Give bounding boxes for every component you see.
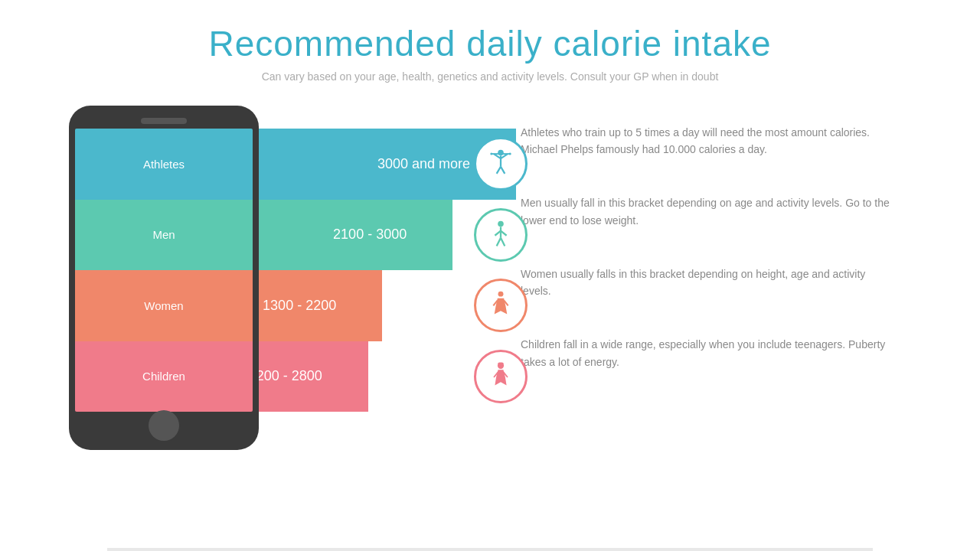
phone-row-athletes: Athletes xyxy=(75,129,253,200)
info-row-athletes: Athletes who train up to 5 times a day w… xyxy=(521,106,896,177)
phone-row-children: Children xyxy=(75,341,253,412)
bar-value-athletes: 3000 and more xyxy=(377,156,470,172)
info-text-athletes: Athletes who train up to 5 times a day w… xyxy=(521,124,896,158)
svg-line-13 xyxy=(497,238,501,246)
info-row-women: Women usually falls in this bracket depe… xyxy=(521,247,896,318)
main-content: Athletes Men Women Children 3000 and mor… xyxy=(69,106,911,450)
bar-value-women: 1300 - 2200 xyxy=(263,298,336,314)
phone-speaker xyxy=(141,118,187,124)
page-subtitle: Can vary based on your age, health, gene… xyxy=(262,70,719,83)
phone-label-children: Children xyxy=(142,370,185,383)
phone-home-button xyxy=(149,410,179,441)
phone-label-women: Women xyxy=(144,299,183,312)
info-text-children: Children fall in a wide range, especiall… xyxy=(521,336,896,370)
phone-label-athletes: Athletes xyxy=(143,158,185,171)
phone-mockup: Athletes Men Women Children xyxy=(69,106,259,450)
info-text-men: Men usually fall in this bracket dependi… xyxy=(521,194,896,229)
info-row-men: Men usually fall in this bracket dependi… xyxy=(521,177,896,248)
svg-point-8 xyxy=(509,153,511,155)
info-container: Athletes who train up to 5 times a day w… xyxy=(521,106,896,389)
info-text-women: Women usually falls in this bracket depe… xyxy=(521,266,896,300)
svg-point-9 xyxy=(498,221,504,227)
svg-point-0 xyxy=(498,150,504,156)
info-row-children: Children fall in a wide range, especiall… xyxy=(521,318,896,390)
page-title: Recommended daily calorie intake xyxy=(208,23,771,64)
icon-children xyxy=(474,350,528,403)
phone-row-women: Women xyxy=(75,270,253,341)
phone-row-men: Men xyxy=(75,200,253,271)
svg-line-12 xyxy=(501,230,507,235)
phone-screen: Athletes Men Women Children xyxy=(75,129,253,412)
icon-athletes xyxy=(474,137,528,191)
bar-value-men: 2100 - 3000 xyxy=(333,227,407,243)
svg-point-15 xyxy=(498,292,504,297)
svg-line-5 xyxy=(501,167,505,174)
svg-line-4 xyxy=(497,167,501,174)
bottom-bar xyxy=(107,548,873,551)
page-container: Recommended daily calorie intake Can var… xyxy=(0,0,980,551)
svg-line-14 xyxy=(501,238,505,246)
bar-value-children: 1200 - 2800 xyxy=(249,368,322,384)
svg-point-7 xyxy=(490,153,492,155)
svg-line-11 xyxy=(495,230,501,235)
icon-women xyxy=(474,279,528,332)
phone-label-men: Men xyxy=(152,228,175,241)
icon-men xyxy=(474,208,528,262)
